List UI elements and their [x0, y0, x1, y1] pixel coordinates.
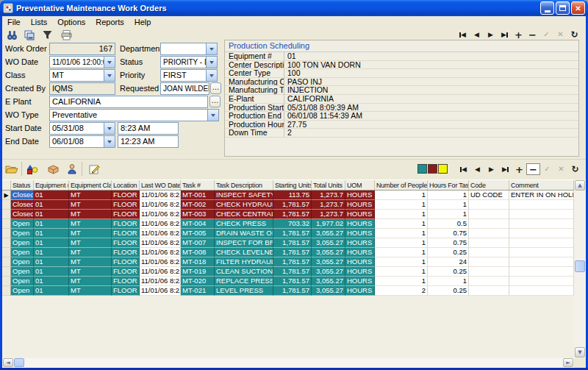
scroll-down-button[interactable]: ▼: [575, 347, 585, 357]
grid-cell-equipment_class[interactable]: MT: [69, 191, 112, 200]
grid-header-total_units[interactable]: Total Units: [312, 180, 345, 190]
print-button[interactable]: [58, 28, 74, 42]
e-plant-lookup-button[interactable]: …: [209, 96, 220, 107]
grid-cell-equipment_class[interactable]: MT: [69, 267, 112, 277]
grid-cell-location[interactable]: FLOOR ...: [112, 238, 140, 248]
row-marker-cell[interactable]: [2, 229, 11, 238]
grid-cell-total_units[interactable]: 1,273.7: [312, 191, 345, 200]
created-by-field[interactable]: IQMS: [49, 82, 115, 95]
grid-cell-people[interactable]: 1: [375, 191, 428, 200]
priority-dropdown-icon[interactable]: [206, 70, 217, 81]
grid-cell-people[interactable]: 1: [375, 219, 428, 229]
nav-last-button[interactable]: ▶: [498, 163, 512, 175]
grid-cell-equipment_class[interactable]: MT: [69, 238, 112, 248]
minimize-button[interactable]: [540, 1, 554, 15]
grid-cell-location[interactable]: FLOOR ...: [112, 248, 140, 257]
grid-cell-selected[interactable]: Closed: [11, 191, 34, 200]
grid-cell-code[interactable]: [469, 210, 509, 219]
end-date-combobox[interactable]: 06/01/08: [49, 135, 115, 148]
work-order-field[interactable]: 167: [49, 43, 115, 55]
grid-cell-task_description[interactable]: INSPECT FOR BROKE...: [215, 238, 273, 248]
grid-cell-starting_units[interactable]: 1,781.57: [273, 248, 312, 257]
row-marker-cell[interactable]: [2, 286, 11, 296]
grid-cell-starting_units[interactable]: 1,781.57: [273, 267, 312, 277]
title-bar[interactable]: Preventative Maintenance Work Orders ✕: [0, 0, 588, 16]
grid-cell-hours_for_task[interactable]: 0.5: [428, 219, 469, 229]
grid-cell-last_wo_date[interactable]: 11/01/06 8:2...: [140, 277, 181, 286]
e-plant-field[interactable]: CALIFORNIA: [49, 96, 208, 108]
legend-button[interactable]: [24, 162, 40, 176]
row-marker-cell[interactable]: ▶: [2, 191, 11, 200]
scroll-right-button[interactable]: ►: [563, 358, 573, 367]
start-date-combobox[interactable]: 05/31/08: [49, 122, 115, 135]
grid-header-task[interactable]: Task #: [181, 180, 215, 190]
grid-cell-total_units[interactable]: 1,273.7: [312, 210, 345, 219]
grid-cell-comment[interactable]: [509, 286, 574, 296]
grid-cell-starting_units[interactable]: 1,781.57: [273, 229, 312, 238]
nav-next-button[interactable]: ▶: [484, 29, 498, 40]
grid-cell-equipment[interactable]: 01: [34, 286, 69, 296]
grid-cell-status[interactable]: Open: [11, 238, 34, 248]
grid-cell-task_description[interactable]: FILTER HYDRAULIC O...: [215, 257, 273, 267]
nav-prior-button[interactable]: ◀: [470, 29, 484, 40]
class-combobox[interactable]: MT: [49, 69, 115, 82]
row-marker-cell[interactable]: [2, 219, 11, 229]
grid-cell-task[interactable]: MT-002: [181, 200, 215, 210]
grid-cell-equipment[interactable]: 01: [34, 238, 69, 248]
vertical-scrollbar[interactable]: ▲ ▼: [574, 179, 586, 358]
grid-cell-task[interactable]: MT-019: [181, 267, 215, 277]
grid-cell-status[interactable]: Closed: [11, 210, 34, 219]
start-date-dropdown-icon[interactable]: [104, 123, 115, 134]
grid-cell-comment[interactable]: [509, 219, 574, 229]
grid-cell-people[interactable]: 1: [375, 267, 428, 277]
scroll-up-button[interactable]: ▲: [575, 180, 585, 191]
grid-cell-equipment_class[interactable]: MT: [69, 210, 112, 219]
status-combobox[interactable]: PRIORITY - DO: [160, 56, 218, 68]
grid-cell-total_units[interactable]: 1,977.02: [312, 219, 345, 229]
grid-cell-starting_units[interactable]: 1,781.57: [273, 277, 312, 286]
grid-cell-uom[interactable]: HOURS: [345, 267, 375, 277]
grid-cell-comment[interactable]: [509, 248, 574, 257]
grid-cell-task_description[interactable]: CHECK PRESS: [215, 219, 273, 229]
grid-cell-hours_for_task[interactable]: 0.25: [428, 248, 469, 257]
grid-cell-location[interactable]: FLOOR ...: [112, 210, 140, 219]
priority-combobox[interactable]: FIRST: [160, 69, 218, 82]
grid-cell-location[interactable]: FLOOR ...: [112, 257, 140, 267]
grid-cell-people[interactable]: 1: [375, 277, 428, 286]
menu-item-options[interactable]: Options: [52, 17, 90, 27]
grid-cell-task_description[interactable]: LEVEL PRESS: [215, 286, 273, 296]
department-dropdown-icon[interactable]: [206, 43, 217, 54]
close-button[interactable]: ✕: [571, 1, 585, 15]
grid-cell-hours_for_task[interactable]: 1: [428, 191, 469, 200]
nav-cancel-button[interactable]: ✕: [554, 163, 568, 175]
grid-cell-equipment[interactable]: 01: [34, 267, 69, 277]
scroll-left-button[interactable]: ◄: [3, 358, 13, 367]
grid-header-hours_for_task[interactable]: Hours For Task: [428, 180, 469, 190]
start-time-field[interactable]: 8:23 AM: [118, 122, 179, 135]
nav-delete-button[interactable]: −: [526, 163, 540, 175]
grid-cell-task_description[interactable]: CHECK LEVELNESS O...: [215, 248, 273, 257]
grid-cell-equipment[interactable]: 01: [34, 210, 69, 219]
class-dropdown-icon[interactable]: [104, 70, 115, 81]
grid-cell-task_description[interactable]: DRAIN WASTE OIL: [215, 229, 273, 238]
grid-cell-comment[interactable]: [509, 238, 574, 248]
grid-cell-last_wo_date[interactable]: 11/01/06 8:2...: [140, 200, 181, 210]
grid-cell-total_units[interactable]: 3,055.27: [312, 229, 345, 238]
nav-refresh-button[interactable]: ↻: [568, 163, 582, 175]
end-time-field[interactable]: 12:23 AM: [118, 135, 179, 148]
grid-cell-equipment[interactable]: 01: [34, 277, 69, 286]
grid-cell-code[interactable]: [469, 219, 509, 229]
grid-cell-starting_units[interactable]: 113.75: [273, 191, 312, 200]
grid-cell-equipment_class[interactable]: MT: [69, 219, 112, 229]
grid-cell-task[interactable]: MT-008: [181, 248, 215, 257]
wo-date-dropdown-icon[interactable]: [104, 57, 115, 68]
grid-cell-total_units[interactable]: 3,055.27: [312, 257, 345, 267]
grid-cell-status[interactable]: Open: [11, 257, 34, 267]
grid-cell-total_units[interactable]: 3,055.27: [312, 267, 345, 277]
menu-item-lists[interactable]: Lists: [26, 17, 53, 27]
grid-cell-total_units[interactable]: 3,055.27: [312, 248, 345, 257]
grid-cell-last_wo_date[interactable]: 11/01/06 8:2...: [140, 248, 181, 257]
grid-cell-total_units[interactable]: 1,273.7: [312, 200, 345, 210]
filter-button[interactable]: [39, 28, 55, 42]
row-marker-cell[interactable]: [2, 248, 11, 257]
